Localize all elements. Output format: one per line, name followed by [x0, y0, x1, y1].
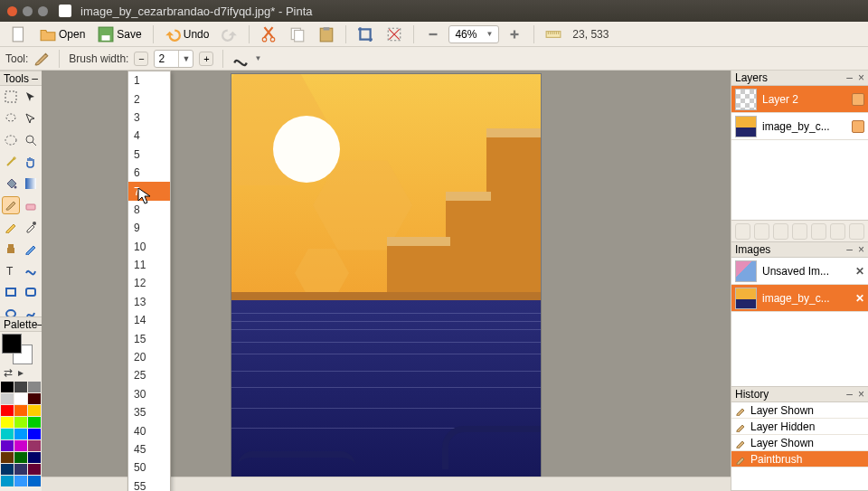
crop-button[interactable]	[352, 24, 379, 44]
image-row[interactable]: image_by_c... ✕	[731, 285, 868, 312]
panel-close-icon[interactable]: ×	[858, 243, 864, 256]
dropdown-item[interactable]: 40	[128, 421, 170, 439]
window-minimize-button[interactable]	[23, 6, 33, 16]
svg-rect-26	[26, 288, 35, 296]
dropdown-item[interactable]: 4	[128, 127, 170, 145]
zoom-out-button[interactable]	[420, 24, 447, 44]
dropdown-item[interactable]: 6	[128, 164, 170, 182]
tool-lasso[interactable]	[2, 109, 20, 127]
tool-recolor[interactable]	[22, 240, 40, 258]
image-close-icon[interactable]: ✕	[855, 292, 864, 305]
layer-down-button[interactable]	[830, 223, 845, 240]
dropdown-item[interactable]: 45	[128, 440, 170, 458]
save-button[interactable]: Save	[92, 24, 146, 44]
history-row[interactable]: Layer Hidden	[731, 419, 868, 435]
window-close-button[interactable]	[7, 6, 17, 16]
swap-colors-icon[interactable]: ⇄	[4, 366, 13, 379]
panel-minimize-icon[interactable]: –	[846, 243, 853, 256]
layer-visible-checkbox[interactable]	[852, 120, 864, 133]
layer-visible-checkbox[interactable]	[852, 93, 864, 106]
dropdown-item[interactable]: 35	[128, 403, 170, 421]
chevron-down-icon[interactable]: ▼	[254, 54, 261, 62]
dropdown-item[interactable]: 30	[128, 385, 170, 403]
tool-pencil[interactable]	[2, 218, 20, 236]
brush-width-increase[interactable]: +	[199, 52, 213, 66]
tool-clone[interactable]	[2, 240, 20, 258]
tool-zoom[interactable]	[22, 131, 40, 149]
layer-up-button[interactable]	[811, 223, 826, 240]
new-button[interactable]	[5, 24, 33, 44]
image-close-icon[interactable]: ✕	[855, 265, 864, 278]
zoom-combo[interactable]: 46%▼	[448, 25, 499, 43]
image-row[interactable]: Unsaved Im... ✕	[731, 258, 868, 285]
brush-width-spin[interactable]: 2 ▼	[154, 50, 193, 68]
dropdown-item[interactable]: 9	[128, 219, 170, 237]
dropdown-item[interactable]: 50	[128, 458, 170, 477]
tool-rect[interactable]	[2, 283, 20, 301]
dropdown-item[interactable]: 13	[128, 293, 170, 311]
dropdown-item[interactable]: 11	[128, 256, 170, 274]
tool-picker[interactable]	[22, 218, 40, 236]
dropdown-item[interactable]: 5	[128, 146, 170, 164]
palette-colors[interactable]	[0, 381, 42, 487]
tool-pan[interactable]	[22, 153, 40, 171]
brush-width-dropdown[interactable]: 1234567891011121314152025303540455055	[127, 71, 171, 491]
tool-rect-select[interactable]	[2, 88, 20, 106]
layer-duplicate-button[interactable]	[773, 223, 788, 240]
tool-move-selection[interactable]	[22, 109, 40, 127]
dropdown-item[interactable]: 12	[128, 274, 170, 292]
dropdown-item[interactable]: 14	[128, 311, 170, 329]
panel-minimize-icon[interactable]: –	[32, 72, 38, 85]
canvas[interactable]	[231, 74, 541, 477]
stroke-style-button[interactable]	[232, 51, 249, 67]
dropdown-item[interactable]: 15	[128, 329, 170, 347]
tool-gradient[interactable]	[22, 175, 40, 193]
dropdown-item[interactable]: 25	[128, 366, 170, 384]
layer-props-button[interactable]	[849, 223, 864, 240]
primary-color-swatch[interactable]	[2, 334, 22, 354]
panel-minimize-icon[interactable]: –	[846, 388, 853, 401]
open-button[interactable]: Open	[34, 24, 90, 44]
panel-close-icon[interactable]: ×	[858, 71, 864, 84]
tool-wand[interactable]	[2, 153, 20, 171]
tool-paintbrush[interactable]	[2, 196, 20, 214]
layer-add-button[interactable]	[735, 223, 750, 240]
svg-rect-12	[511, 33, 519, 34]
panel-close-icon[interactable]: ×	[858, 388, 864, 401]
window-maximize-button[interactable]	[38, 6, 48, 16]
dropdown-item[interactable]: 2	[128, 90, 170, 108]
layer-merge-button[interactable]	[792, 223, 807, 240]
tool-eraser[interactable]	[22, 196, 40, 214]
layer-row[interactable]: Layer 2	[731, 86, 868, 113]
tool-shapes[interactable]	[22, 261, 40, 279]
dropdown-item[interactable]: 10	[128, 238, 170, 256]
history-row[interactable]: Layer Shown	[731, 435, 868, 451]
paste-button[interactable]	[313, 24, 340, 44]
history-row[interactable]: Layer Shown	[731, 402, 868, 419]
tool-move[interactable]	[22, 88, 40, 106]
history-row[interactable]: Paintbrush	[731, 451, 868, 467]
layer-row[interactable]: image_by_c...	[731, 113, 868, 140]
panel-minimize-icon[interactable]: –	[846, 71, 853, 84]
image-name: Unsaved Im...	[762, 265, 850, 278]
tool-fill[interactable]	[2, 175, 20, 193]
dropdown-item[interactable]: 20	[128, 348, 170, 366]
tool-text[interactable]: T	[2, 261, 20, 279]
cut-button[interactable]	[255, 24, 282, 44]
redo-button[interactable]	[216, 24, 243, 44]
layer-thumb	[735, 89, 757, 110]
layer-delete-button[interactable]	[754, 223, 769, 240]
copy-button[interactable]	[284, 24, 311, 44]
undo-button[interactable]: Undo	[159, 24, 215, 44]
zoom-in-button[interactable]	[501, 24, 528, 44]
dropdown-item[interactable]: 55	[128, 477, 170, 491]
undo-label: Undo	[184, 28, 210, 41]
palette-menu-icon[interactable]: ▸	[18, 366, 24, 379]
tool-ellipse-select[interactable]	[2, 131, 20, 149]
brush-width-decrease[interactable]: −	[134, 52, 148, 66]
deselect-button[interactable]	[381, 24, 408, 44]
dropdown-item[interactable]: 1	[128, 71, 170, 90]
tool-round-rect[interactable]	[22, 283, 40, 301]
dropdown-item[interactable]: 3	[128, 109, 170, 127]
chevron-down-icon[interactable]: ▼	[178, 51, 193, 67]
